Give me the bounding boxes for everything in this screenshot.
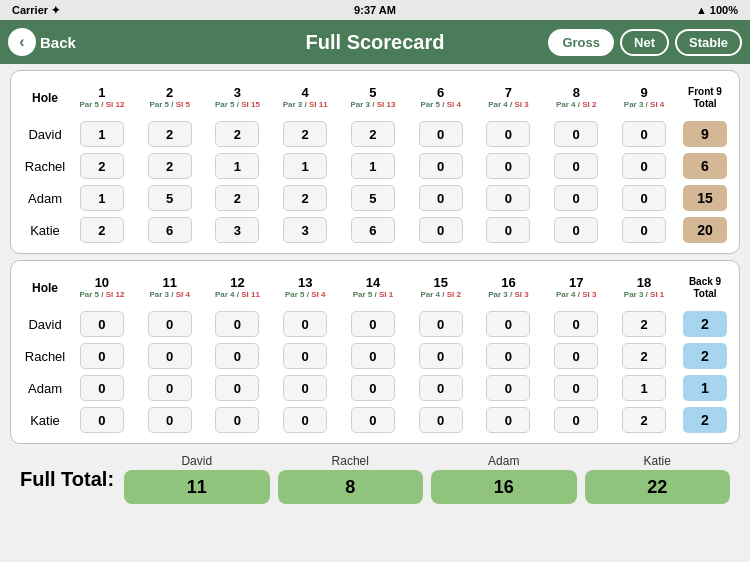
table-row: David 0 0 0 0 0 0 0 0 2 2	[19, 309, 731, 339]
full-total-david-value: 11	[124, 470, 269, 504]
player-name-david-back: David	[19, 309, 67, 339]
carrier: Carrier ✦	[12, 4, 60, 17]
hole-5-header: 5Par 3 / SI 13	[340, 79, 406, 117]
table-row: Katie 0 0 0 0 0 0 0 0 2 2	[19, 405, 731, 435]
hole-column-label-back: Hole	[19, 269, 67, 307]
back-total-header: Back 9Total	[679, 269, 731, 307]
david-h8: 0	[543, 119, 609, 149]
hole-11-header: 11Par 3 / SI 4	[137, 269, 203, 307]
hole-18-header: 18Par 3 / SI 1	[611, 269, 677, 307]
back-label: Back	[40, 34, 76, 51]
time: 9:37 AM	[354, 4, 396, 16]
table-row: Rachel 0 0 0 0 0 0 0 0 2 2	[19, 341, 731, 371]
david-h2: 2	[137, 119, 203, 149]
player-name-adam-back: Adam	[19, 373, 67, 403]
front-total-header: Front 9Total	[679, 79, 731, 117]
full-total-adam-value: 16	[431, 470, 576, 504]
hole-12-header: 12Par 4 / SI 11	[205, 269, 271, 307]
hole-14-header: 14Par 5 / SI 1	[340, 269, 406, 307]
david-h3: 2	[205, 119, 271, 149]
full-total-david-name: David	[181, 454, 212, 468]
front-nine-table: Hole 1Par 5 / SI 12 2Par 5 / SI 5 3Par 5…	[17, 77, 733, 247]
net-button[interactable]: Net	[620, 29, 669, 56]
hole-2-header: 2Par 5 / SI 5	[137, 79, 203, 117]
hole-column-label: Hole	[19, 79, 67, 117]
back-nine-header-row: Hole 10Par 5 / SI 12 11Par 3 / SI 4 12Pa…	[19, 269, 731, 307]
gross-button[interactable]: Gross	[548, 29, 614, 56]
hole-10-header: 10Par 5 / SI 12	[69, 269, 135, 307]
table-row: Rachel 2 2 1 1 1 0 0 0 0 6	[19, 151, 731, 181]
hole-17-header: 17Par 4 / SI 3	[543, 269, 609, 307]
player-name-katie-back: Katie	[19, 405, 67, 435]
hole-6-header: 6Par 5 / SI 4	[408, 79, 474, 117]
score-type-buttons: Gross Net Stable	[548, 29, 742, 56]
full-total-katie-value: 22	[585, 470, 730, 504]
full-total-rachel-value: 8	[278, 470, 423, 504]
david-h7: 0	[476, 119, 542, 149]
hole-8-header: 8Par 4 / SI 2	[543, 79, 609, 117]
player-name-rachel-back: Rachel	[19, 341, 67, 371]
stable-button[interactable]: Stable	[675, 29, 742, 56]
header: ‹ Back Full Scorecard Gross Net Stable	[0, 20, 750, 64]
back-chevron-icon: ‹	[8, 28, 36, 56]
full-total-section: Full Total: David 11 Rachel 8 Adam 16 Ka…	[10, 450, 740, 510]
battery: ▲ 100%	[696, 4, 738, 16]
main-content: Hole 1Par 5 / SI 12 2Par 5 / SI 5 3Par 5…	[0, 64, 750, 516]
player-name-david: David	[19, 119, 67, 149]
player-name-rachel: Rachel	[19, 151, 67, 181]
status-bar: Carrier ✦ 9:37 AM ▲ 100%	[0, 0, 750, 20]
full-total-rachel: Rachel 8	[278, 454, 423, 504]
front-nine-section: Hole 1Par 5 / SI 12 2Par 5 / SI 5 3Par 5…	[10, 70, 740, 254]
david-h5: 2	[340, 119, 406, 149]
full-total-katie-name: Katie	[644, 454, 671, 468]
david-front-total: 9	[679, 119, 731, 149]
hole-15-header: 15Par 4 / SI 2	[408, 269, 474, 307]
table-row: Adam 1 5 2 2 5 0 0 0 0 15	[19, 183, 731, 213]
david-h4: 2	[272, 119, 338, 149]
back-button[interactable]: ‹ Back	[8, 28, 76, 56]
hole-7-header: 7Par 4 / SI 3	[476, 79, 542, 117]
full-total-david: David 11	[124, 454, 269, 504]
hole-3-header: 3Par 5 / SI 15	[205, 79, 271, 117]
back-nine-table: Hole 10Par 5 / SI 12 11Par 3 / SI 4 12Pa…	[17, 267, 733, 437]
hole-1-header: 1Par 5 / SI 12	[69, 79, 135, 117]
table-row: Katie 2 6 3 3 6 0 0 0 0 20	[19, 215, 731, 245]
david-h1: 1	[69, 119, 135, 149]
hole-16-header: 16Par 3 / SI 3	[476, 269, 542, 307]
full-total-label: Full Total:	[20, 468, 114, 491]
player-name-adam: Adam	[19, 183, 67, 213]
player-name-katie: Katie	[19, 215, 67, 245]
table-row: David 1 2 2 2 2 0 0 0 0 9	[19, 119, 731, 149]
page-title: Full Scorecard	[306, 31, 445, 54]
table-row: Adam 0 0 0 0 0 0 0 0 1 1	[19, 373, 731, 403]
hole-9-header: 9Par 3 / SI 4	[611, 79, 677, 117]
full-totals-grid: David 11 Rachel 8 Adam 16 Katie 22	[124, 454, 730, 504]
full-total-adam: Adam 16	[431, 454, 576, 504]
back-nine-section: Hole 10Par 5 / SI 12 11Par 3 / SI 4 12Pa…	[10, 260, 740, 444]
david-h9: 0	[611, 119, 677, 149]
front-nine-header-row: Hole 1Par 5 / SI 12 2Par 5 / SI 5 3Par 5…	[19, 79, 731, 117]
full-total-adam-name: Adam	[488, 454, 519, 468]
full-total-rachel-name: Rachel	[332, 454, 369, 468]
full-total-katie: Katie 22	[585, 454, 730, 504]
hole-13-header: 13Par 5 / SI 4	[272, 269, 338, 307]
david-h6: 0	[408, 119, 474, 149]
hole-4-header: 4Par 3 / SI 11	[272, 79, 338, 117]
